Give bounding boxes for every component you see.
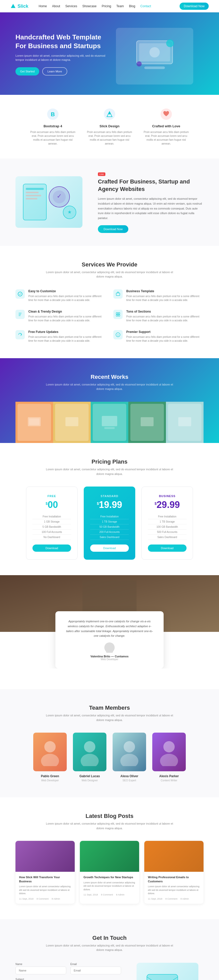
- nav-contact[interactable]: Contact: [140, 5, 151, 8]
- services-grid: Easy to Customize Proin accumsan arcu fe…: [16, 290, 203, 343]
- team-role-1: Web Designer: [73, 779, 106, 782]
- svg-rect-26: [116, 315, 118, 316]
- design-icon: [103, 108, 116, 121]
- svg-rect-32: [104, 427, 115, 429]
- pricing-standard-download-button[interactable]: Download: [90, 544, 129, 552]
- blog-subtitle: Lorem ipsum dolor sit amet, consectetur …: [45, 821, 174, 830]
- team-role-2: SEO Expert: [113, 779, 146, 782]
- clean-icon: [16, 310, 25, 319]
- svg-point-42: [41, 754, 59, 766]
- blog-post-1[interactable]: Growth Techniques for New Startups Lorem…: [80, 841, 139, 904]
- blog-date-0: 11 Sept, 2018: [19, 897, 33, 900]
- work-thumb-4[interactable]: [128, 402, 166, 443]
- contact-illustration: ✉: [132, 963, 203, 980]
- team-subtitle: Lorem ipsum dolor sit amet, consectetur …: [45, 713, 174, 722]
- hero-learn-more-button[interactable]: Learn More: [42, 67, 67, 75]
- nav-services[interactable]: Services: [65, 5, 77, 8]
- feature-love-title: Crafted with Love: [143, 124, 189, 128]
- crafted-section: ✓ ★ Live Crafted For Business, Startup a…: [0, 159, 219, 246]
- service-clean-title: Clean & Trendy Design: [29, 310, 106, 313]
- pricing-business: BUSINESS $29.99 Free Installation 1 TB S…: [141, 487, 193, 560]
- team-photo-2: [113, 733, 146, 771]
- svg-point-40: [106, 649, 113, 653]
- crafted-download-button[interactable]: Download Now: [98, 225, 128, 233]
- service-clean-design: Clean & Trendy Design Proin accumsan arc…: [16, 310, 106, 322]
- pricing-subtitle: Lorem ipsum dolor sit amet, consectetur …: [45, 467, 174, 476]
- services-title: Services We Provide: [16, 261, 203, 268]
- team-role-0: Web Developer: [33, 779, 67, 782]
- svg-text:B: B: [51, 111, 55, 118]
- pricing-feature: Free Installation: [90, 514, 129, 519]
- work-thumb-1[interactable]: [16, 402, 53, 443]
- feature-bootstrap: B Bootstrap 4 Proin accumsan arcu felis …: [30, 108, 76, 146]
- love-icon: [160, 108, 173, 121]
- blog-content-2: Writing Professional Emails to Customers…: [144, 872, 203, 904]
- service-premier-support: Premier Support Proin accumsan arcu feli…: [113, 330, 203, 343]
- blog-author-0: 8 Admin: [52, 897, 60, 900]
- contact-section: Get In Touch Lorem ipsum dolor sit amet,…: [0, 919, 219, 980]
- work-thumb-2[interactable]: [53, 402, 91, 443]
- pricing-section: Pricing Plans Lorem ipsum dolor sit amet…: [0, 443, 219, 575]
- nav-blog[interactable]: Blog: [129, 5, 135, 8]
- nav-home[interactable]: Home: [39, 5, 47, 8]
- team-photo-3: [152, 733, 186, 771]
- nav-showcase[interactable]: Showcase: [82, 5, 96, 8]
- nav-about[interactable]: About: [52, 5, 60, 8]
- testimonial-section: Appropriately implement one-to-one catal…: [0, 575, 219, 668]
- email-field-group: Email: [70, 963, 121, 974]
- nav-logo[interactable]: Slick: [10, 3, 29, 9]
- feature-bootstrap-desc: Proin accumsan arcu felis diam pretium e…: [30, 130, 76, 146]
- contact-title: Get In Touch: [16, 935, 203, 941]
- pricing-feature: 50 GB Bandwidth: [90, 524, 129, 530]
- service-easy-to-customize: Easy to Customize Proin accumsan arcu fe…: [16, 290, 106, 302]
- team-photo-0: [33, 733, 67, 771]
- blog-post-2[interactable]: Writing Professional Emails to Customers…: [144, 841, 203, 904]
- service-business-template: Business Template Proin accumsan arcu fe…: [113, 290, 203, 302]
- hero-get-started-button[interactable]: Get Started: [16, 67, 39, 75]
- team-title: Team Members: [16, 705, 203, 711]
- blog-post-0[interactable]: How Slick Will Transform Your Business L…: [16, 841, 75, 904]
- nav-cta-button[interactable]: Download Now: [179, 3, 209, 10]
- service-updates-desc: Proin accumsan arcu felis diam pretium e…: [29, 335, 106, 343]
- blog-thumb-2: [144, 841, 203, 872]
- pricing-feature: Free Installation: [32, 514, 71, 519]
- nav-team[interactable]: Team: [116, 5, 124, 8]
- testimonial-role: Web Developer: [66, 658, 153, 661]
- work-thumb-3[interactable]: [91, 402, 128, 443]
- blog-meta-2: 11 Sept, 2018 8 Comment 8 Admin: [148, 897, 200, 900]
- svg-rect-25: [118, 313, 120, 314]
- pricing-business-tier: BUSINESS: [148, 495, 187, 498]
- support-icon: [113, 330, 123, 339]
- svg-marker-0: [11, 4, 16, 8]
- team-member-2: Alexa Oliver SEO Expert: [113, 733, 146, 782]
- pricing-business-download-button[interactable]: Download: [148, 544, 187, 552]
- hero-text: Handcrafted Web Template For Business an…: [16, 28, 113, 75]
- service-sections-title: Tons of Sections: [126, 310, 203, 313]
- blog-meta-1: 11 Sept, 2018 8 Comment 8 Admin: [84, 893, 135, 896]
- team-name-0: Pablo Green: [33, 774, 67, 778]
- blog-comments-2: 8 Comment: [165, 897, 178, 900]
- pricing-standard-tier: STANDARD: [90, 495, 129, 498]
- crafted-title: Crafted For Business, Startup and Agency…: [98, 178, 203, 193]
- name-field-group: Name: [16, 963, 66, 974]
- contact-form: Name Email Subject Message Contact Us: [16, 963, 121, 980]
- blog-thumb-1: [80, 841, 139, 872]
- pricing-standard-features: Free Installation 1 TB Storage 50 GB Ban…: [90, 514, 129, 540]
- pricing-feature: 5 GB Bandwidth: [32, 524, 71, 530]
- navbar: Slick Home About Services Showcase Prici…: [0, 0, 219, 13]
- testimonial-card: Appropriately implement one-to-one catal…: [56, 611, 163, 668]
- name-input[interactable]: [16, 967, 66, 974]
- service-tons-sections: Tons of Sections Proin accumsan arcu fel…: [113, 310, 203, 322]
- work-thumb-5[interactable]: [166, 402, 203, 443]
- bootstrap-icon: B: [46, 108, 59, 121]
- nav-pricing[interactable]: Pricing: [102, 5, 111, 8]
- email-input[interactable]: [70, 967, 121, 974]
- pricing-feature: 1 TB Storage: [90, 519, 129, 524]
- team-name-3: Alexis Parker: [152, 774, 186, 778]
- pricing-business-features: Free Installation 1 TB Storage 100 GB Ba…: [148, 514, 187, 540]
- svg-rect-34: [178, 417, 191, 426]
- pricing-feature: Sales Dashboard: [90, 535, 129, 540]
- blog-content-1: Growth Techniques for New Startups Lorem…: [80, 872, 139, 900]
- pricing-free-download-button[interactable]: Download: [32, 544, 71, 552]
- svg-rect-31: [102, 416, 117, 426]
